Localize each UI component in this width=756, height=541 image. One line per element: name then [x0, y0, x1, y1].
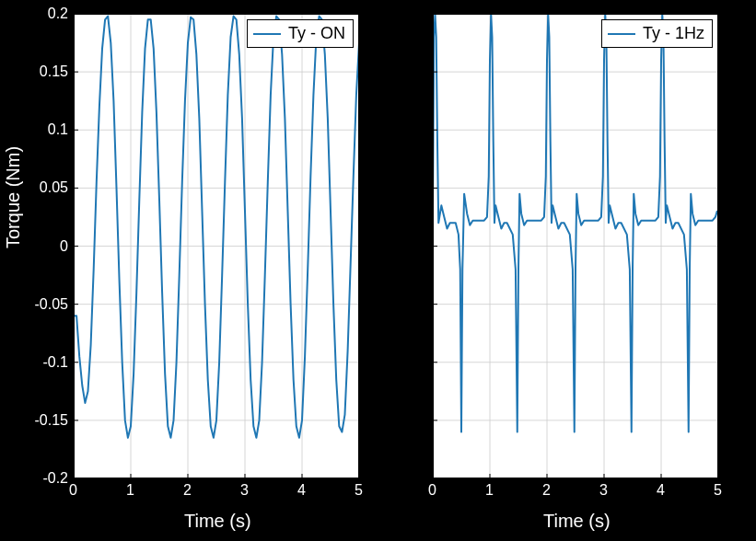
- x-tick: 1: [485, 482, 494, 499]
- x-tick: 5: [355, 482, 363, 499]
- y-tick: 0.15: [22, 63, 68, 80]
- left-legend: Ty - ON: [247, 19, 354, 48]
- legend-line-icon: [608, 33, 635, 35]
- x-tick: 4: [657, 482, 665, 499]
- right-x-axis-label: Time (s): [543, 511, 611, 532]
- y-tick: -0.1: [22, 354, 68, 371]
- left-chart: Ty - ON: [74, 14, 359, 478]
- y-tick: -0.2: [22, 470, 68, 487]
- x-tick: 5: [714, 482, 722, 499]
- y-axis-label: Torque (Nm): [3, 146, 24, 248]
- y-tick: 0.2: [22, 6, 68, 22]
- right-legend-label: Ty - 1Hz: [643, 24, 704, 43]
- left-chart-svg: [74, 14, 359, 478]
- y-tick: -0.15: [22, 412, 68, 429]
- x-tick: 2: [183, 482, 192, 499]
- y-tick: -0.05: [22, 296, 68, 313]
- y-tick: 0.1: [22, 121, 68, 138]
- right-chart: Ty - 1Hz: [433, 14, 718, 478]
- right-chart-svg: [433, 14, 718, 478]
- y-tick: 0.05: [22, 179, 68, 196]
- x-tick: 2: [542, 482, 551, 499]
- x-tick: 0: [69, 482, 77, 499]
- right-legend: Ty - 1Hz: [601, 19, 713, 48]
- x-tick: 3: [599, 482, 608, 499]
- x-tick: 0: [428, 482, 436, 499]
- left-legend-label: Ty - ON: [288, 24, 345, 43]
- x-tick: 4: [297, 482, 306, 499]
- left-x-axis-label: Time (s): [184, 511, 251, 532]
- y-tick: 0: [22, 238, 68, 255]
- x-tick: 3: [240, 482, 249, 499]
- legend-line-icon: [253, 33, 281, 35]
- x-tick: 1: [126, 482, 134, 499]
